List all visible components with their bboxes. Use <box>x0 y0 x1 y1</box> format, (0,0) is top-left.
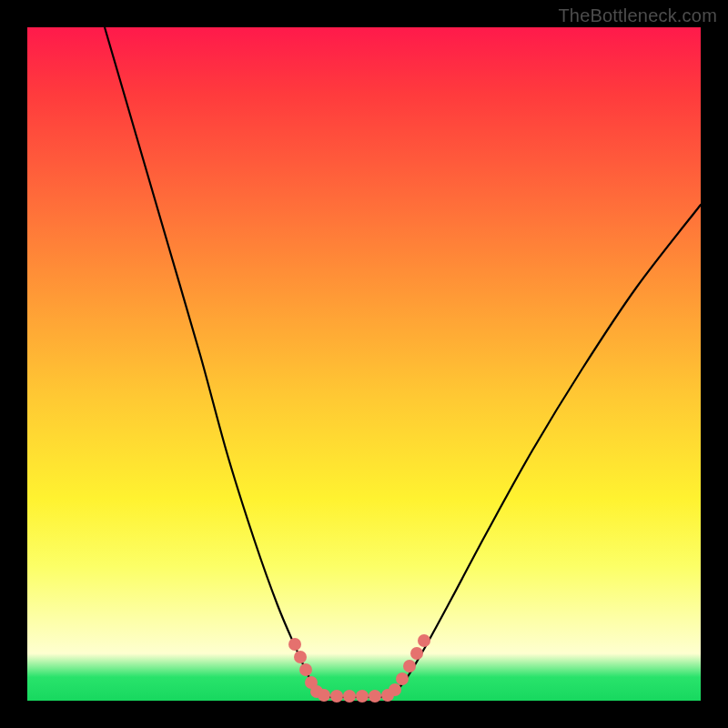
marker-point <box>369 690 381 703</box>
plot-area <box>27 27 701 701</box>
marker-point <box>330 690 343 703</box>
marker-point <box>299 663 312 676</box>
marker-point <box>294 651 307 663</box>
marker-point <box>288 638 301 651</box>
marker-point <box>403 660 416 672</box>
chart-frame: TheBottleneck.com <box>0 0 728 728</box>
marker-point <box>318 689 330 702</box>
series-left-curve <box>105 27 318 693</box>
series-right-curve <box>391 205 701 695</box>
marker-point <box>396 672 409 685</box>
marker-point <box>343 690 356 703</box>
curve-layer <box>27 27 701 701</box>
marker-point <box>356 690 369 703</box>
marker-point <box>418 634 430 647</box>
watermark-text: TheBottleneck.com <box>558 5 717 26</box>
marker-point <box>389 683 401 696</box>
marker-point <box>410 647 423 660</box>
